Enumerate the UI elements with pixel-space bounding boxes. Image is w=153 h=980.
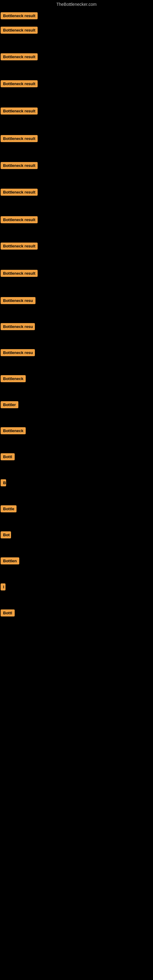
bottleneck-item: Bottleneck result — [1, 216, 38, 224]
page-container: TheBottlenecker.com Bottleneck resultBot… — [0, 0, 153, 980]
site-title: TheBottlenecker.com — [0, 0, 153, 10]
bottleneck-item: Bottleneck — [1, 427, 26, 436]
bottleneck-badge: Bottl — [1, 453, 15, 460]
bottleneck-item: Bottler — [1, 401, 18, 409]
bottleneck-badge: B — [1, 479, 6, 486]
bottleneck-badge: Bottlen — [1, 557, 19, 565]
bottleneck-badge: Bottleneck result — [1, 162, 38, 169]
bottleneck-badge: Bottleneck resu — [1, 323, 35, 330]
bottleneck-item: Bottleneck resu — [1, 323, 35, 331]
bottleneck-badge: Bottleneck result — [1, 53, 38, 60]
bottleneck-badge: Bottleneck result — [1, 108, 38, 115]
bottleneck-badge: Bottleneck — [1, 375, 26, 382]
bottleneck-item: Bot — [1, 531, 11, 539]
bottleneck-item: Bottle — [1, 505, 16, 514]
bottleneck-item: Bottleneck result — [1, 243, 38, 251]
bottleneck-item: Bottleneck resu — [1, 297, 35, 305]
bottleneck-badge: Bottleneck result — [1, 80, 38, 87]
bottleneck-badge: Bottl — [1, 609, 15, 616]
bottleneck-item: Bottleneck result — [1, 135, 38, 143]
bottleneck-item: Bottl — [1, 453, 15, 461]
bottleneck-item: Bottleneck result — [1, 12, 38, 21]
bottleneck-badge: Bottleneck result — [1, 27, 38, 34]
bottleneck-badge: I — [1, 584, 5, 590]
bottleneck-badge: Bottleneck result — [1, 270, 38, 277]
bottleneck-item: Bottl — [1, 609, 15, 618]
bottleneck-badge: Bottler — [1, 401, 18, 408]
bottleneck-item: I — [1, 584, 5, 592]
bottleneck-item: Bottleneck result — [1, 108, 38, 116]
bottleneck-badge: Bottleneck result — [1, 135, 38, 142]
bottleneck-badge: Bottleneck result — [1, 243, 38, 250]
bottleneck-item: Bottleneck result — [1, 27, 38, 35]
bottleneck-item: Bottleneck result — [1, 270, 38, 278]
bottleneck-badge: Bottleneck result — [1, 216, 38, 223]
bottleneck-item: Bottleneck resu — [1, 349, 35, 357]
bottleneck-item: Bottleneck result — [1, 189, 38, 197]
bottleneck-item: Bottlen — [1, 557, 19, 566]
bottleneck-item: B — [1, 479, 6, 488]
bottleneck-badge: Bottleneck resu — [1, 349, 35, 356]
bottleneck-badge: Bottle — [1, 505, 16, 512]
bottleneck-badge: Bottleneck result — [1, 12, 38, 19]
bottleneck-badge: Bottleneck — [1, 427, 26, 434]
bottleneck-badge: Bottleneck resu — [1, 297, 35, 304]
bottleneck-badge: Bottleneck result — [1, 189, 38, 196]
bottleneck-badge: Bot — [1, 531, 11, 538]
bottleneck-item: Bottleneck result — [1, 80, 38, 89]
bottleneck-item: Bottleneck — [1, 375, 26, 383]
bottleneck-item: Bottleneck result — [1, 162, 38, 170]
bottleneck-item: Bottleneck result — [1, 53, 38, 62]
